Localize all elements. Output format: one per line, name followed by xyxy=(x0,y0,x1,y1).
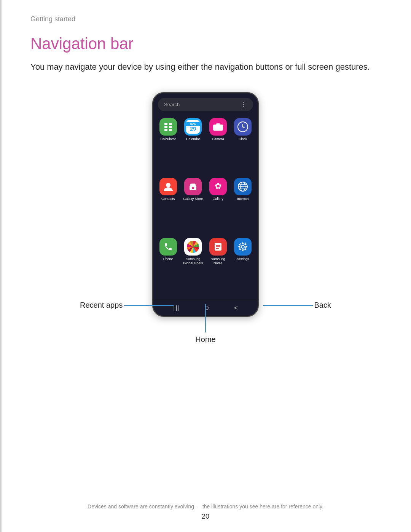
notes-label: Samsung Notes xyxy=(207,257,229,265)
back-line xyxy=(263,305,313,306)
galaxy-store-icon xyxy=(184,178,202,195)
svg-point-28 xyxy=(241,245,244,248)
svg-rect-26 xyxy=(216,246,220,247)
apps-grid: Calculator MON 29 xyxy=(153,114,258,300)
home-annotation: Home xyxy=(195,335,215,344)
internet-label: Internet xyxy=(237,197,249,201)
app-calendar[interactable]: MON 29 Calendar xyxy=(182,116,205,174)
svg-rect-9 xyxy=(216,123,220,125)
phone-mockup: Search ⋮ xyxy=(152,92,259,317)
sdg-wheel xyxy=(187,241,199,253)
phone-label: Phone xyxy=(163,257,173,261)
app-settings[interactable]: Settings xyxy=(231,236,255,298)
calculator-icon xyxy=(159,118,177,136)
contacts-label: Contacts xyxy=(161,197,175,201)
diagram-area: Search ⋮ xyxy=(30,92,381,359)
svg-point-15 xyxy=(166,183,170,187)
calculator-label: Calculator xyxy=(160,137,176,141)
app-notes[interactable]: Samsung Notes xyxy=(206,236,230,298)
recent-apps-button[interactable]: ||| xyxy=(173,305,180,312)
footer: Devices and software are constantly evol… xyxy=(0,503,411,521)
search-bar[interactable]: Search ⋮ xyxy=(158,98,253,111)
global-goals-icon xyxy=(184,238,202,256)
app-phone[interactable]: Phone xyxy=(156,236,180,298)
notes-icon xyxy=(209,238,227,256)
svg-rect-17 xyxy=(192,187,194,189)
clock-icon xyxy=(234,118,252,136)
app-global-goals[interactable]: Samsung Global Goals xyxy=(182,236,205,298)
page-title: Navigation bar xyxy=(30,35,381,53)
svg-rect-5 xyxy=(169,129,172,131)
recent-apps-annotation: Recent apps xyxy=(80,301,174,310)
svg-point-14 xyxy=(242,126,244,128)
svg-rect-3 xyxy=(169,126,172,128)
svg-rect-1 xyxy=(169,123,172,125)
gallery-icon: ✿ xyxy=(209,178,227,195)
galaxy-store-label: Galaxy Store xyxy=(183,197,203,201)
app-clock[interactable]: Clock xyxy=(231,116,255,174)
svg-text:✿: ✿ xyxy=(215,181,221,191)
gallery-label: Gallery xyxy=(212,197,223,201)
recent-apps-label: Recent apps xyxy=(80,301,123,310)
camera-label: Camera xyxy=(212,137,224,141)
home-label: Home xyxy=(195,335,215,343)
svg-rect-25 xyxy=(216,245,220,246)
svg-rect-2 xyxy=(164,126,167,128)
back-button[interactable]: < xyxy=(234,305,237,312)
search-text: Search xyxy=(164,102,180,107)
settings-label: Settings xyxy=(237,257,249,261)
camera-icon xyxy=(209,118,227,136)
app-gallery[interactable]: ✿ Gallery xyxy=(206,176,230,234)
page-border xyxy=(0,0,2,532)
app-calculator[interactable]: Calculator xyxy=(156,116,180,174)
recent-apps-line xyxy=(124,305,174,306)
app-contacts[interactable]: Contacts xyxy=(156,176,180,234)
svg-rect-4 xyxy=(164,129,167,131)
svg-rect-0 xyxy=(164,123,167,125)
settings-icon xyxy=(234,238,252,256)
contacts-icon xyxy=(159,178,177,195)
app-galaxy-store[interactable]: Galaxy Store xyxy=(182,176,205,234)
page-description: You may navigate your device by using ei… xyxy=(30,61,373,73)
svg-rect-27 xyxy=(216,248,219,249)
calendar-icon: MON 29 xyxy=(184,118,202,136)
home-line xyxy=(205,304,206,332)
footer-disclaimer: Devices and software are constantly evol… xyxy=(0,503,411,510)
calendar-label: Calendar xyxy=(186,137,200,141)
clock-label: Clock xyxy=(239,137,247,141)
app-internet[interactable]: Internet xyxy=(231,176,255,234)
svg-point-8 xyxy=(217,127,219,129)
back-label: Back xyxy=(314,301,331,310)
footer-page: 20 xyxy=(0,513,411,521)
search-dots-icon: ⋮ xyxy=(241,101,247,108)
svg-point-10 xyxy=(220,125,221,126)
section-label: Getting started xyxy=(30,15,381,23)
full-diagram: Search ⋮ xyxy=(72,92,339,359)
phone-icon xyxy=(159,238,177,256)
back-annotation: Back xyxy=(263,301,331,310)
global-goals-label: Samsung Global Goals xyxy=(182,257,204,265)
internet-icon xyxy=(234,178,252,195)
app-camera[interactable]: Camera xyxy=(206,116,230,174)
